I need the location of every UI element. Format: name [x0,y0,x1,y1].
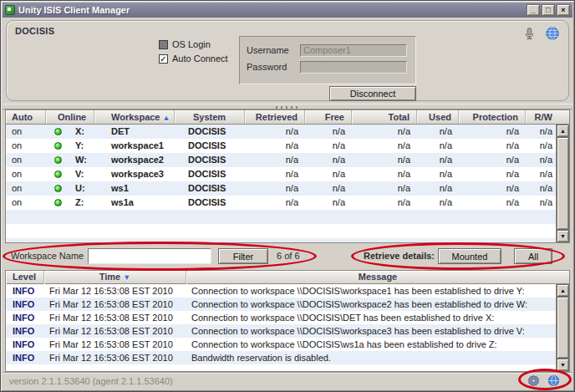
splitter-grip-icon [276,106,299,109]
workspace-name-input[interactable] [88,248,211,264]
column-header-free[interactable]: Free [305,110,352,124]
scroll-down-icon[interactable]: ▼ [557,359,569,371]
time-cell: Fri Mar 12 16:53:08 EST 2010 [44,298,186,311]
log-table-header: Level Time ▼ Message [6,271,569,284]
auto-connect-label: Auto Connect [172,53,228,64]
column-header-auto[interactable]: Auto [6,110,46,124]
log-row[interactable]: INFO Fri Mar 12 16:53:08 EST 2010 Connec… [6,284,569,298]
status-bar-icons [527,374,561,388]
settings-gear-icon[interactable] [527,374,541,388]
log-row[interactable]: INFO Fri Mar 12 16:53:08 EST 2010 Connec… [6,338,569,351]
scroll-up-icon[interactable]: ▲ [557,284,569,297]
log-table-scrollbar[interactable]: ▲ ▼ [556,284,569,371]
rw-cell: n/a [526,196,559,210]
system-cell: DOCISIS [175,181,245,196]
system-cell: DOCISIS [175,167,245,181]
sort-ascending-icon: ▲ [163,114,170,122]
rw-cell: n/a [526,139,559,153]
workspace-cell: workspace3 [94,167,175,181]
mounted-button[interactable]: Mounted [438,248,501,264]
scroll-up-icon[interactable]: ▲ [557,125,569,137]
scrollbar-thumb[interactable] [557,297,569,359]
os-login-checkbox-row[interactable]: OS Login [159,39,211,49]
auto-connect-checkbox[interactable]: ✓ [159,54,168,64]
online-led-icon [54,142,62,150]
retrieved-cell: n/a [245,153,305,167]
level-cell: INFO [6,351,44,364]
column-header-workspace[interactable]: Workspace ▲ [94,110,175,124]
column-header-level[interactable]: Level [6,271,44,284]
auto-cell: on [6,196,46,210]
table-row[interactable]: on X: DET DOCISIS n/a n/a n/a n/a n/a n/… [6,125,569,139]
log-row[interactable]: INFO Fri Mar 12 16:53:08 EST 2010 Connec… [6,298,569,311]
horizontal-splitter[interactable] [3,104,572,109]
protection-cell: n/a [459,167,526,181]
table-row[interactable]: on Z: ws1a DOCISIS n/a n/a n/a n/a n/a n… [6,196,569,210]
workspace-table-scrollbar[interactable]: ▲ ▼ [556,125,569,242]
log-row[interactable]: INFO Fri Mar 12 16:53:08 EST 2010 Connec… [6,324,569,338]
app-icon [5,5,15,15]
network-globe-icon[interactable] [543,24,562,43]
os-login-checkbox[interactable] [159,40,168,49]
online-cell: Z: [46,196,94,210]
microphone-icon[interactable] [520,24,538,43]
minimize-button[interactable]: _ [527,4,540,16]
auto-connect-checkbox-row[interactable]: ✓ Auto Connect [159,53,228,64]
drive-letter: X: [75,125,84,139]
column-header-rw[interactable]: R/W [526,110,559,124]
table-row[interactable]: on Y: workspace1 DOCISIS n/a n/a n/a n/a… [6,139,569,153]
online-cell: X: [46,125,94,139]
all-button[interactable]: All [514,248,552,264]
column-header-online[interactable]: Online [46,110,94,124]
sort-descending-icon: ▼ [123,273,130,282]
username-label: Username [247,45,300,55]
used-cell: n/a [417,153,459,167]
auto-cell: on [6,153,46,167]
log-row[interactable]: INFO Fri Mar 12 16:53:06 EST 2010 Bandwi… [6,351,569,364]
retrieved-cell: n/a [245,181,305,196]
close-button[interactable]: × [557,4,570,16]
column-header-retrieved[interactable]: Retrieved [245,110,305,124]
password-field[interactable] [300,61,407,74]
os-login-label: OS Login [172,39,211,49]
table-row[interactable]: on V: workspace3 DOCISIS n/a n/a n/a n/a… [6,167,569,181]
workspace-cell: ws1a [94,196,175,210]
column-header-protection[interactable]: Protection [459,110,526,124]
table-row[interactable]: on U: ws1 DOCISIS n/a n/a n/a n/a n/a n/… [6,181,569,196]
scrollbar-thumb[interactable] [557,137,569,230]
maximize-button[interactable]: □ [542,4,555,16]
disconnect-button[interactable]: Disconnect [329,86,416,101]
time-cell: Fri Mar 12 16:53:06 EST 2010 [44,351,186,364]
username-field[interactable] [300,44,407,57]
system-group-title: DOCISIS [15,26,54,36]
total-cell: n/a [352,125,417,139]
free-cell: n/a [305,181,352,196]
retrieved-cell: n/a [245,167,305,181]
system-cell: DOCISIS [175,125,245,139]
column-header-time[interactable]: Time ▼ [44,271,186,284]
total-cell: n/a [352,153,417,167]
column-header-used[interactable]: Used [417,110,459,124]
auto-cell: on [6,181,46,196]
free-cell: n/a [305,196,352,210]
column-header-system[interactable]: System [175,110,245,124]
free-cell: n/a [305,153,352,167]
workspace-name-label: Workspace Name [11,251,84,261]
scroll-down-icon[interactable]: ▼ [557,230,569,242]
log-row[interactable]: INFO Fri Mar 12 16:53:08 EST 2010 Connec… [6,311,569,324]
protection-cell: n/a [459,139,526,153]
level-cell: INFO [6,311,44,324]
filter-button[interactable]: Filter [218,248,268,264]
message-cell: Connection to workspace \\DOCISIS\ws1a h… [186,338,569,351]
table-row[interactable]: on W: workspace2 DOCISIS n/a n/a n/a n/a… [6,153,569,167]
retrieved-cell: n/a [245,196,305,210]
drive-letter: V: [75,167,84,181]
used-cell: n/a [417,167,459,181]
column-header-total[interactable]: Total [352,110,417,124]
column-header-message[interactable]: Message [186,271,569,284]
web-globe-icon[interactable] [547,374,561,388]
drive-letter: U: [75,181,85,196]
auto-cell: on [6,139,46,153]
message-cell: Connection to workspace \\DOCISIS\worksp… [186,284,569,298]
filter-bar: Workspace Name Filter 6 of 6 Retrieve de… [3,243,572,270]
